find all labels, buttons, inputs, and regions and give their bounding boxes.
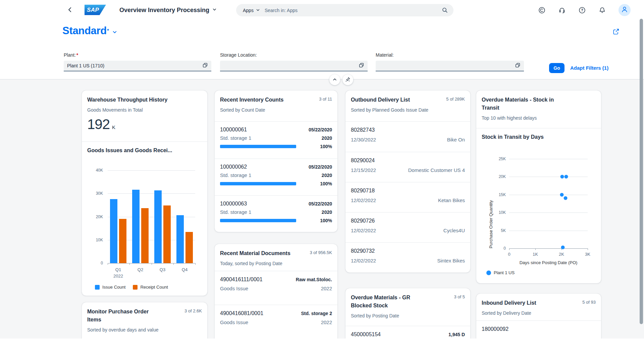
search-scope-label: Apps <box>243 8 254 13</box>
card-divider <box>82 141 207 142</box>
card-material-documents-header[interactable]: Recent Material Documents 3 of 956.5K To… <box>215 244 337 271</box>
list-item[interactable]: 80282743 12/30/2022Bike On <box>345 122 470 152</box>
card-title: Inbound Delivery List <box>482 299 564 307</box>
app-title-menu[interactable]: Overview Inventory Processing <box>119 0 217 20</box>
throughput-chart: 40K30K20K10K0 Q12022Q2Q3Q4 Issue CountRe… <box>87 155 202 291</box>
bar-issue-count-q2[interactable] <box>132 190 140 263</box>
progress-bar <box>220 145 296 148</box>
filter-storage-location: Storage Location: <box>220 52 368 71</box>
storage-location-input[interactable] <box>223 63 358 68</box>
list-item[interactable]: 80290718 12/02/2022Ketan Bikes <box>345 182 470 212</box>
collapse-header-button[interactable] <box>329 74 340 85</box>
document-id: 100000062 <box>220 164 247 170</box>
scatter-point[interactable] <box>565 175 568 179</box>
card-gr-blocked-stock-header[interactable]: Overdue Materials - GR Blocked Stock 3 o… <box>345 288 470 326</box>
storage-location-value-help-button[interactable] <box>358 62 365 69</box>
axis-tick <box>509 248 509 250</box>
bar-issue-count-q4[interactable] <box>176 215 184 263</box>
progress-percent: 100% <box>320 218 332 223</box>
notifications-bell-icon[interactable] <box>598 6 606 14</box>
value-help-icon <box>202 62 208 69</box>
kpi-value: 192 <box>87 117 110 132</box>
scatter-legend: Plant 1 US <box>486 270 515 275</box>
search-scope-select[interactable]: Apps <box>236 8 265 13</box>
bar-issue-count-q3[interactable] <box>154 190 162 263</box>
card-count: 3 of 956.5K <box>310 250 332 255</box>
transit-chart: Purchase Order Quantity 25K20K15K10K5K0 … <box>476 141 601 277</box>
list-item[interactable]: 10000006205/22/2020 Std. storage 12020 1… <box>215 159 337 195</box>
scatter-plot <box>509 159 588 248</box>
help-icon[interactable]: ? <box>578 6 586 14</box>
card-title: Recent Material Documents <box>220 249 308 257</box>
legend-swatch <box>95 285 100 290</box>
share-button[interactable] <box>612 27 621 36</box>
list-item[interactable]: 80290024 12/15/2022Domestic Customer US … <box>345 152 470 182</box>
support-headset-icon[interactable] <box>558 6 566 14</box>
plant-input[interactable] <box>67 63 201 68</box>
search-icon[interactable] <box>439 7 453 13</box>
card-subtitle: Today, sorted by Posting Date <box>220 260 332 267</box>
search-input[interactable] <box>265 8 439 13</box>
bar-chart-y-axis: 40K30K20K10K0 <box>87 170 103 263</box>
scatter-point[interactable] <box>564 196 567 200</box>
fiscal-year: 2020 <box>322 173 332 178</box>
list-item[interactable]: 80290726 12/02/2022Cycles4U <box>345 212 470 242</box>
card-outbound-delivery-header[interactable]: Outbound Delivery List 5 of 289K Sorted … <box>345 90 470 121</box>
card-subtitle: Sorted by Posting Date <box>351 312 465 319</box>
shell-actions: ? <box>538 0 631 20</box>
card-stock-in-transit-header[interactable]: Overdue Materials - Stock in Transit Top… <box>476 90 601 128</box>
card-inventory-counts-header[interactable]: Recent Inventory Counts 3 of 11 Sorted b… <box>215 90 337 121</box>
unpin-header-button[interactable] <box>342 74 353 85</box>
y-tick-label: 5K <box>501 228 506 233</box>
list-item[interactable]: 10000006105/22/2020 Std. storage 12020 1… <box>215 122 337 159</box>
list-item[interactable]: 4900416081/0001Std. storage 2 Goods Issu… <box>215 305 337 338</box>
inbound-delivery-list: 180000092 <box>476 321 601 339</box>
bar-receipt-count-q2[interactable] <box>141 208 149 263</box>
material-value-help-button[interactable] <box>514 62 521 69</box>
bar-receipt-count-q1[interactable] <box>119 219 126 263</box>
required-marker: * <box>76 52 78 58</box>
list-item[interactable]: 10000006305/22/2020 Std. storage 12020 1… <box>215 195 337 232</box>
x-tick-label: 3K <box>585 252 590 257</box>
sap-logo[interactable]: SAP <box>85 5 106 15</box>
inventory-counts-list: 10000006105/22/2020 Std. storage 12020 1… <box>215 122 337 232</box>
app-window: SAP Overview Inventory Processing Apps <box>0 0 644 339</box>
gridline <box>509 195 588 195</box>
storage-location: Raw mat.Stoloc. <box>296 277 332 282</box>
axis-tick <box>152 263 152 265</box>
progress-percent: 100% <box>320 181 332 186</box>
chevron-left-icon <box>67 9 73 14</box>
page-scrollbar[interactable] <box>640 19 643 324</box>
shell-search-bar: Apps <box>236 4 453 16</box>
y-tick-label: 20K <box>96 215 103 219</box>
list-item[interactable]: 45000051541,945 D <box>345 326 470 339</box>
scatter-x-axis-label: Days since Posting Date (PO) <box>509 260 588 265</box>
variant-selector[interactable]: Standard* <box>62 25 117 37</box>
bar-receipt-count-q3[interactable] <box>163 205 171 263</box>
back-button[interactable] <box>66 6 74 14</box>
progress-bar <box>220 182 296 185</box>
card-title: Outbound Delivery List <box>351 96 433 104</box>
list-item[interactable]: 4900416111/0001Raw mat.Stoloc. Goods Iss… <box>215 271 337 305</box>
card-monitor-po-items-header[interactable]: Monitor Purchase Order Items 3 of 2.6K S… <box>82 302 207 339</box>
go-button[interactable]: Go <box>549 63 565 73</box>
assistant-icon[interactable] <box>538 6 545 14</box>
chevron-down-icon <box>256 8 260 13</box>
y-tick-label: 0 <box>101 261 103 265</box>
card-inbound-delivery-header[interactable]: Inbound Delivery List 5 of 93 Sorted by … <box>476 294 601 320</box>
list-item[interactable]: 80290732 12/02/2022Sintex Bikes <box>345 242 470 273</box>
card-warehouse-throughput-header[interactable]: Warehouse Throughput History Goods Movem… <box>82 90 207 141</box>
plant-value-help-button[interactable] <box>201 62 209 69</box>
bar-issue-count-q1[interactable] <box>110 199 117 263</box>
list-item[interactable]: 180000092 <box>476 321 601 339</box>
adapt-filters-button[interactable]: Adapt Filters (1) <box>570 65 608 71</box>
y-tick-label: 0 <box>503 246 506 251</box>
material-input[interactable] <box>379 63 514 68</box>
scatter-point[interactable] <box>560 175 564 179</box>
scatter-point[interactable] <box>561 245 565 249</box>
scatter-point[interactable] <box>560 193 564 196</box>
user-avatar[interactable] <box>619 4 631 16</box>
delivery-id: 80290726 <box>351 218 465 224</box>
x-tick-label: 2K <box>559 252 564 257</box>
bar-receipt-count-q4[interactable] <box>185 232 193 263</box>
